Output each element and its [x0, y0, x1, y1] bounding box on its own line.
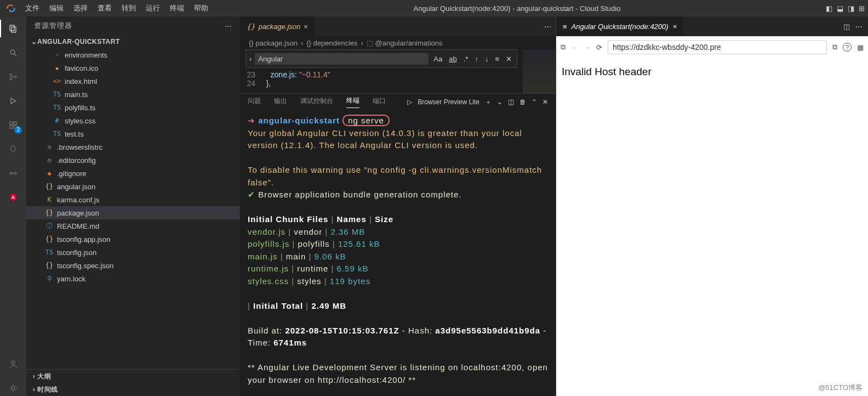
explorer-icon[interactable] — [5, 21, 21, 36]
forward-icon[interactable]: → — [584, 43, 591, 52]
file-item[interactable]: ≡.browserslistrc — [26, 140, 240, 154]
open-external-icon[interactable]: ⧉ — [561, 43, 566, 52]
browser-preview-icon[interactable]: ▷ — [407, 98, 412, 106]
terminal-output[interactable]: ➜ angular-quickstart ng serveYour global… — [240, 110, 556, 396]
code-content[interactable]: 23 zone.js: "~0.11.4" 24 }, — [240, 70, 330, 88]
file-item[interactable]: ◆.gitignore — [26, 167, 240, 180]
file-icon: TS — [53, 130, 61, 138]
remote-icon[interactable] — [5, 166, 21, 181]
menu-item[interactable]: 转到 — [122, 3, 136, 13]
file-item[interactable]: <>index.html — [26, 75, 240, 88]
file-label: main.ts — [65, 90, 88, 99]
file-item[interactable]: TStest.ts — [26, 127, 240, 140]
split-icon[interactable]: ◫ — [508, 98, 514, 106]
outline-section[interactable]: ›大纲 — [26, 370, 240, 383]
file-item[interactable]: ⓘREADME.md — [26, 219, 240, 233]
outline-label: 大纲 — [37, 372, 51, 381]
file-item[interactable]: {}tsconfig.app.json — [26, 233, 240, 246]
new-terminal-icon[interactable]: ＋ — [485, 98, 492, 107]
file-item[interactable]: TSmain.ts — [26, 88, 240, 101]
panel-tab[interactable]: 终端 — [346, 96, 359, 108]
tab-package-json[interactable]: {} package.json × — [240, 16, 315, 36]
tab-more-icon[interactable]: ⋯ — [544, 22, 551, 31]
menu-item[interactable]: 终端 — [170, 3, 184, 13]
reload-icon[interactable]: ⟳ — [596, 43, 602, 52]
close-find-icon[interactable]: ✕ — [504, 55, 513, 63]
search-icon[interactable] — [5, 45, 21, 60]
file-item[interactable]: ★favicon.ico — [26, 61, 240, 75]
file-icon: › — [53, 51, 61, 59]
run-debug-icon[interactable] — [5, 93, 21, 109]
find-selection-icon[interactable]: ≡ — [493, 55, 501, 63]
file-item[interactable]: ⚲yarn.lock — [26, 272, 240, 285]
menu-item[interactable]: 帮助 — [194, 3, 208, 13]
minimap[interactable] — [523, 49, 556, 93]
regex-icon[interactable]: .​* — [462, 55, 470, 63]
file-item[interactable]: ›environments — [26, 48, 240, 61]
angular-icon[interactable]: A — [5, 190, 21, 205]
file-item[interactable]: ⚙.editorconfig — [26, 154, 240, 167]
split-editor-icon[interactable]: ◫ — [843, 22, 850, 31]
timeline-label: 时间线 — [37, 385, 58, 394]
timeline-section[interactable]: ›时间线 — [26, 383, 240, 396]
file-icon: <> — [53, 77, 61, 85]
devices-icon[interactable]: ⧉ — [832, 43, 837, 52]
close-panel-icon[interactable]: ✕ — [542, 98, 548, 106]
breadcrumb-item[interactable]: {} package.json — [249, 39, 298, 47]
breadcrumb[interactable]: {} package.json›{} dependencies›⬚ @angul… — [240, 36, 556, 49]
file-tree: ›environments★favicon.ico<>index.htmlTSm… — [26, 48, 240, 369]
qr-icon[interactable]: ▦ — [857, 43, 864, 52]
panel-tab[interactable]: 问题 — [248, 97, 261, 108]
breadcrumb-item[interactable]: {} dependencies — [306, 39, 357, 47]
layout-right-icon[interactable]: ◨ — [848, 4, 854, 13]
file-item[interactable]: {}package.json — [26, 206, 240, 219]
chevron-down-icon: ⌄ — [31, 38, 37, 46]
svg-rect-0 — [10, 25, 14, 31]
layout-left-icon[interactable]: ◧ — [826, 4, 832, 13]
source-control-icon[interactable] — [5, 69, 21, 84]
file-item[interactable]: {}angular.json — [26, 180, 240, 193]
chevron-right-icon[interactable]: › — [249, 55, 252, 63]
panel-tab[interactable]: 输出 — [274, 97, 287, 108]
panel-tab[interactable]: 调试控制台 — [300, 97, 333, 108]
file-label: environments — [65, 51, 107, 59]
file-item[interactable]: TStsconfig.json — [26, 246, 240, 259]
menu-item[interactable]: 运行 — [146, 3, 160, 13]
trash-icon[interactable]: 🗑 — [519, 98, 526, 106]
sidebar-more-icon[interactable]: ⋯ — [225, 22, 232, 30]
url-input[interactable] — [608, 40, 827, 54]
file-item[interactable]: TSpolyfills.ts — [26, 101, 240, 114]
next-match-icon[interactable]: ↓ — [483, 55, 490, 63]
account-icon[interactable] — [5, 357, 21, 372]
menu-item[interactable]: 编辑 — [49, 3, 64, 13]
extensions-icon[interactable]: 2 — [5, 117, 21, 133]
prev-match-icon[interactable]: ↑ — [473, 55, 480, 63]
close-icon[interactable]: × — [304, 22, 308, 31]
panel-tab[interactable]: 端口 — [373, 97, 386, 108]
file-icon: TS — [45, 248, 54, 256]
find-input[interactable] — [255, 53, 429, 65]
file-item[interactable]: {}tsconfig.spec.json — [26, 259, 240, 272]
file-item[interactable]: #styles.css — [26, 114, 240, 127]
file-item[interactable]: Kkarma.conf.js — [26, 193, 240, 206]
rocket-icon[interactable] — [5, 142, 21, 157]
settings-icon[interactable] — [5, 381, 21, 396]
back-icon[interactable]: ← — [571, 43, 578, 52]
chevron-up-icon[interactable]: ⌃ — [532, 98, 537, 106]
chevron-down-icon[interactable]: ⌄ — [497, 98, 502, 106]
menu-item[interactable]: 文件 — [25, 3, 39, 13]
layout-grid-icon[interactable]: ⊞ — [859, 4, 865, 13]
match-word-icon[interactable]: ab — [447, 55, 458, 63]
menu-item[interactable]: 查看 — [98, 3, 112, 13]
file-icon: # — [53, 117, 61, 125]
close-icon[interactable]: × — [673, 22, 677, 31]
match-case-icon[interactable]: Aa — [432, 55, 444, 63]
menu-item[interactable]: 选择 — [73, 3, 88, 13]
file-label: tsconfig.spec.json — [57, 262, 113, 270]
preview-tab[interactable]: ≡ Angular Quickstart(node:4200) × — [556, 16, 683, 36]
help-icon[interactable]: ? — [843, 43, 852, 52]
breadcrumb-item[interactable]: ⬚ @angular/animations — [367, 39, 443, 47]
folder-header[interactable]: ⌄ ANGULAR-QUICKSTART — [26, 35, 240, 48]
more-icon[interactable]: ⋯ — [855, 22, 863, 31]
layout-bottom-icon[interactable]: ⬓ — [837, 4, 843, 13]
